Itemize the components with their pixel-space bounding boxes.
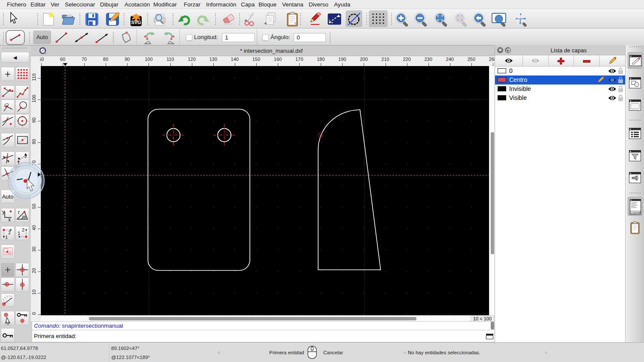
svg-text:y: y <box>2 209 5 215</box>
svg-text:+: + <box>264 21 267 27</box>
svg-text:r: r <box>18 209 20 215</box>
svg-text:a: a <box>23 214 26 219</box>
svg-text:SVG: SVG <box>131 20 141 25</box>
svg-text:1: 1 <box>18 231 20 236</box>
svg-text:1: 1 <box>5 235 8 240</box>
svg-text:2: 2 <box>8 230 11 235</box>
svg-text:+: + <box>244 18 247 24</box>
svg-text:x: x <box>8 217 11 222</box>
svg-text:2: 2 <box>24 154 27 159</box>
svg-text:c command: c command <box>632 211 641 214</box>
svg-text:2: 2 <box>22 227 24 232</box>
